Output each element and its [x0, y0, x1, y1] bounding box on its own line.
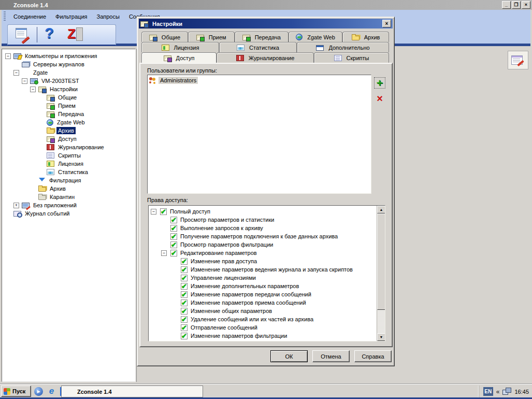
checkbox-checked-icon[interactable]: ✔ — [181, 316, 188, 323]
access-right-item[interactable]: ✔Выполнение запросов к архиву — [149, 224, 385, 232]
access-right-item[interactable]: ✔Изменение параметров передачи сообщений — [149, 290, 385, 298]
help-button[interactable]: Справка — [354, 350, 392, 362]
checkbox-checked-icon[interactable]: ✔ — [181, 300, 188, 306]
tree-item[interactable]: Серверы журналов — [2, 60, 135, 68]
restore-button[interactable]: ❐ — [512, 1, 521, 9]
tree-item[interactable]: Лицензия — [2, 160, 135, 168]
access-right-item[interactable]: −✔Полный доступ — [149, 207, 385, 216]
tree-item[interactable]: Zgate Web — [2, 118, 135, 126]
checkbox-checked-icon[interactable]: ✔ — [181, 266, 188, 273]
expander-minus-icon[interactable]: − — [22, 78, 27, 84]
menu-item-2[interactable]: Фильтрация — [51, 11, 92, 22]
taskbar-app-button[interactable]: Zconsole 1.4 — [61, 386, 203, 397]
dialog-close-icon[interactable]: × — [382, 20, 391, 27]
expander-minus-icon[interactable]: − — [161, 250, 167, 256]
access-right-item[interactable]: ✔Просмотр параметров и статистики — [149, 216, 385, 224]
tray-chevron-icon[interactable]: « — [496, 388, 500, 395]
expander-minus-icon[interactable]: − — [13, 70, 19, 76]
checkbox-checked-icon[interactable]: ✔ — [181, 283, 188, 290]
expander-minus-icon[interactable]: − — [5, 53, 11, 59]
tab-журналирование[interactable]: Журналирование — [217, 52, 314, 63]
checkbox-checked-icon[interactable]: ✔ — [181, 291, 188, 298]
tree-item[interactable]: −Компьютеры и приложения — [2, 52, 135, 60]
access-right-item[interactable]: ✔Изменение параметров фильтрации — [149, 332, 385, 340]
delete-user-button[interactable]: × — [374, 93, 385, 104]
scrollbar-track[interactable] — [377, 310, 385, 333]
user-list-item[interactable]: Administrators — [149, 76, 370, 84]
tab-скрипты[interactable]: Скрипты — [314, 52, 389, 63]
access-right-item[interactable]: ✔Изменение дополнительных параметров — [149, 282, 385, 290]
rights-tree[interactable]: ▲ ▼ −✔Полный доступ✔Просмотр параметров … — [148, 205, 385, 341]
tree-item[interactable]: Журнал событий — [2, 209, 135, 218]
access-right-item[interactable]: −✔Редактирование параметров — [149, 249, 385, 257]
checkbox-checked-icon[interactable]: ✔ — [181, 258, 188, 265]
help-icon[interactable]: ? — [44, 27, 60, 42]
checkbox-checked-icon[interactable]: ✔ — [181, 275, 188, 281]
tree-item[interactable]: Общие — [2, 93, 135, 102]
tree-item[interactable]: Фильтрация — [2, 176, 135, 184]
checkbox-checked-icon[interactable]: ✔ — [170, 225, 177, 232]
checkbox-checked-icon[interactable]: ✔ — [181, 308, 188, 315]
tree-item[interactable]: Статистика — [2, 168, 135, 176]
checkbox-checked-icon[interactable]: ✔ — [181, 333, 188, 339]
tab-лицензия[interactable]: Лицензия — [141, 42, 219, 52]
tree-item[interactable]: Передача — [2, 110, 135, 118]
expander-plus-icon[interactable]: + — [13, 203, 19, 208]
scroll-up-icon[interactable]: ▲ — [377, 206, 385, 213]
tree-item[interactable]: Прием — [2, 102, 135, 110]
expander-minus-icon[interactable]: − — [30, 87, 36, 92]
tab-прием[interactable]: Прием — [188, 32, 235, 42]
tree-item[interactable]: +Без приложений — [2, 201, 135, 209]
checkbox-checked-icon[interactable]: ✔ — [170, 217, 177, 223]
access-right-item[interactable]: ✔Отправление сообщений — [149, 323, 385, 332]
scrollbar-thumb[interactable] — [377, 213, 385, 310]
access-right-item[interactable]: ✔Изменение общих параметров — [149, 307, 385, 315]
access-right-item[interactable]: ✔Управление лицензиями — [149, 274, 385, 282]
expander-minus-icon[interactable]: − — [151, 209, 156, 215]
edit-console-icon[interactable] — [14, 27, 31, 42]
zgate-icon[interactable]: Z — [66, 27, 83, 42]
close-button[interactable]: × — [522, 1, 530, 9]
tab-статистика[interactable]: Статистика — [219, 42, 297, 52]
menu-item-1[interactable]: Соединение — [9, 11, 51, 22]
tree-item[interactable]: −VM-2003TEST — [2, 77, 135, 85]
access-right-item[interactable]: ✔Просмотр параметров фильтрации — [149, 240, 385, 249]
checkbox-checked-icon[interactable]: ✔ — [170, 250, 177, 256]
table-pencil-icon[interactable] — [511, 55, 523, 65]
checkbox-checked-icon[interactable]: ✔ — [170, 233, 177, 240]
tab-дополнительно[interactable]: Дополнительно — [297, 42, 389, 52]
tree-item[interactable]: Карантин — [2, 193, 135, 201]
access-right-item[interactable]: ✔Получение параметров подключения к базе… — [149, 232, 385, 240]
tab-доступ[interactable]: Доступ — [141, 52, 217, 63]
access-right-item[interactable]: ✔Изменение параметров ведения журнала и … — [149, 265, 385, 274]
menu-item-3[interactable]: Запросы — [92, 11, 124, 22]
tab-передача[interactable]: Передача — [235, 32, 289, 42]
tree-item[interactable]: Архив — [2, 184, 135, 193]
access-right-item[interactable]: ✔Изменение параметров приема сообщений — [149, 298, 385, 307]
main-window-titlebar[interactable]: Zconsole 1.4 _ ❐ × — [0, 0, 532, 10]
checkbox-checked-icon[interactable]: ✔ — [170, 241, 177, 248]
tab-архив[interactable]: Архив — [342, 32, 389, 42]
add-user-button[interactable]: + — [374, 77, 385, 89]
tree-item[interactable]: −Zgate — [2, 68, 135, 77]
tree-item[interactable]: Журналирование — [2, 143, 135, 151]
scroll-down-icon[interactable]: ▼ — [377, 333, 385, 341]
checkbox-checked-icon[interactable]: ✔ — [160, 208, 167, 215]
start-button[interactable]: Пуск — [1, 386, 31, 397]
ok-button[interactable]: ОК — [270, 350, 308, 362]
language-indicator[interactable]: EN — [483, 387, 493, 396]
access-right-item[interactable]: ✔Изменение прав доступа — [149, 257, 385, 265]
network-icon[interactable] — [502, 388, 511, 395]
internet-explorer-icon[interactable]: e — [47, 387, 56, 396]
access-right-item[interactable]: ✔Удаление сообщений или их частей из арх… — [149, 315, 385, 323]
checkbox-checked-icon[interactable]: ✔ — [181, 324, 188, 331]
tree-item[interactable]: −Настройки — [2, 85, 135, 93]
menu-grip[interactable] — [4, 11, 6, 21]
tree-item[interactable]: Скрипты — [2, 151, 135, 160]
tab-общие[interactable]: Общие — [141, 32, 188, 42]
cancel-button[interactable]: Отмена — [312, 350, 350, 362]
tree-item[interactable]: Доступ — [2, 135, 135, 143]
users-list[interactable]: Administrators — [147, 75, 371, 194]
media-player-icon[interactable]: ▶ — [34, 387, 43, 396]
dialog-titlebar[interactable]: Настройки × — [139, 19, 393, 28]
